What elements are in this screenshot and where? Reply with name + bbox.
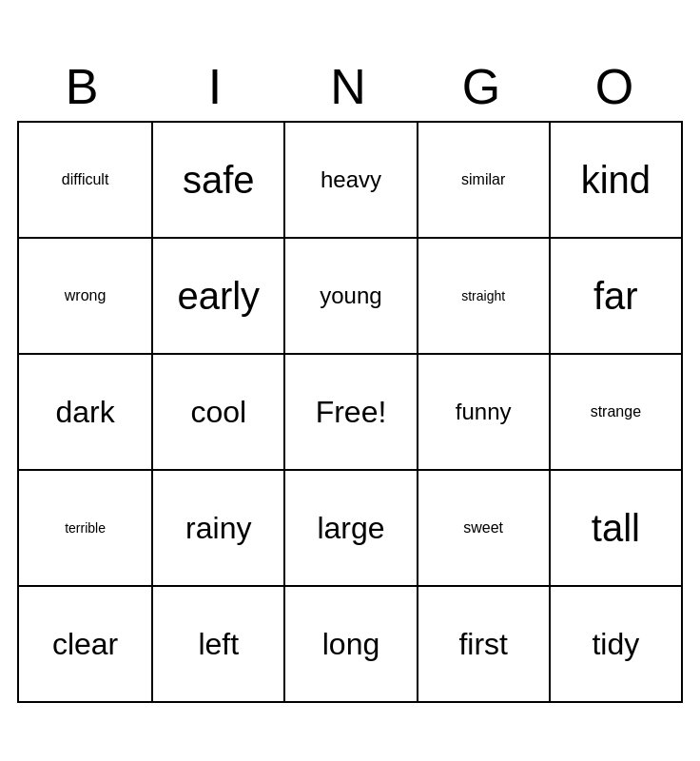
bingo-header: BINGO bbox=[17, 58, 683, 115]
bingo-cell: clear bbox=[19, 587, 151, 701]
bingo-cell: cool bbox=[151, 355, 283, 469]
cell-text: funny bbox=[456, 399, 512, 425]
bingo-cell: first bbox=[417, 587, 549, 701]
cell-text: first bbox=[458, 627, 508, 662]
cell-text: straight bbox=[461, 288, 505, 303]
cell-text: early bbox=[177, 275, 260, 318]
bingo-row: difficultsafeheavysimilarkind bbox=[19, 123, 681, 237]
cell-text: wrong bbox=[65, 287, 107, 304]
bingo-cell: left bbox=[151, 587, 283, 701]
bingo-cell: kind bbox=[549, 123, 681, 237]
bingo-cell: similar bbox=[417, 123, 549, 237]
header-letter: G bbox=[417, 58, 550, 115]
cell-text: Free! bbox=[316, 395, 387, 430]
bingo-row: wrongearlyyoungstraightfar bbox=[19, 237, 681, 353]
bingo-cell: large bbox=[283, 471, 416, 585]
cell-text: tidy bbox=[592, 627, 639, 662]
header-letter: O bbox=[550, 58, 683, 115]
bingo-cell: long bbox=[283, 587, 416, 701]
bingo-cell: Free! bbox=[283, 355, 416, 469]
bingo-row: terriblerainylargesweettall bbox=[19, 469, 681, 585]
cell-text: clear bbox=[52, 627, 118, 662]
cell-text: strange bbox=[591, 403, 641, 420]
bingo-cell: sweet bbox=[417, 471, 549, 585]
bingo-cell: straight bbox=[417, 239, 549, 353]
cell-text: large bbox=[317, 511, 384, 546]
header-letter: N bbox=[283, 58, 417, 115]
bingo-cell: tidy bbox=[549, 587, 681, 701]
cell-text: safe bbox=[183, 159, 255, 202]
bingo-cell: far bbox=[549, 239, 681, 353]
bingo-cell: strange bbox=[549, 355, 681, 469]
cell-text: difficult bbox=[62, 171, 109, 188]
bingo-grid: difficultsafeheavysimilarkindwrongearlyy… bbox=[17, 121, 683, 703]
bingo-row: darkcoolFree!funnystrange bbox=[19, 353, 681, 469]
bingo-cell: rainy bbox=[151, 471, 283, 585]
cell-text: young bbox=[320, 283, 381, 309]
bingo-cell: difficult bbox=[19, 123, 151, 237]
bingo-cell: wrong bbox=[19, 239, 151, 353]
cell-text: dark bbox=[55, 395, 114, 430]
cell-text: long bbox=[322, 627, 380, 662]
cell-text: kind bbox=[581, 159, 651, 202]
cell-text: sweet bbox=[463, 519, 503, 537]
cell-text: terrible bbox=[65, 520, 106, 536]
cell-text: tall bbox=[592, 507, 640, 550]
cell-text: left bbox=[198, 627, 239, 662]
cell-text: rainy bbox=[185, 511, 251, 546]
cell-text: cool bbox=[190, 395, 246, 430]
bingo-cell: funny bbox=[417, 355, 549, 469]
bingo-card: BINGO difficultsafeheavysimilarkindwrong… bbox=[17, 58, 683, 703]
bingo-cell: heavy bbox=[283, 123, 416, 237]
header-letter: I bbox=[150, 58, 283, 115]
bingo-cell: safe bbox=[151, 123, 283, 237]
bingo-cell: terrible bbox=[19, 471, 151, 585]
bingo-cell: early bbox=[151, 239, 283, 353]
bingo-cell: tall bbox=[549, 471, 681, 585]
bingo-row: clearleftlongfirsttidy bbox=[19, 585, 681, 701]
cell-text: heavy bbox=[321, 166, 381, 193]
bingo-cell: dark bbox=[19, 355, 151, 469]
header-letter: B bbox=[17, 58, 150, 115]
bingo-cell: young bbox=[283, 239, 416, 353]
cell-text: far bbox=[593, 275, 638, 318]
cell-text: similar bbox=[461, 171, 505, 188]
